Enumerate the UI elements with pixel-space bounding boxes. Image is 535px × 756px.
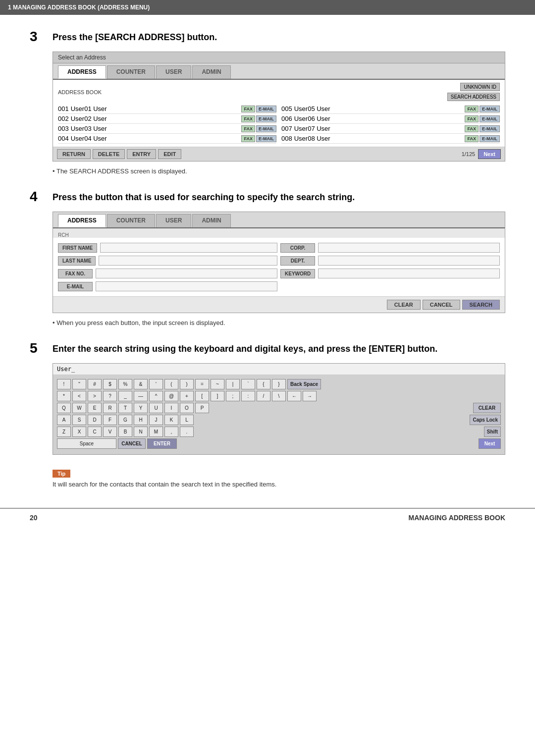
key-i[interactable]: I — [164, 403, 178, 413]
fax-no-input[interactable] — [96, 269, 277, 278]
space-btn[interactable]: Space — [57, 438, 116, 449]
cancel-btn-5[interactable]: CANCEL — [118, 438, 146, 449]
key-pipe[interactable]: | — [226, 379, 240, 389]
key-rparen[interactable]: ) — [180, 379, 194, 389]
key-semi[interactable]: ; — [226, 391, 240, 401]
key-apos[interactable]: ' — [149, 379, 163, 389]
tab4-counter[interactable]: COUNTER — [107, 214, 155, 227]
left-arrow-btn[interactable]: ← — [287, 391, 301, 401]
clear-btn-5[interactable]: CLEAR — [473, 403, 501, 413]
key-x[interactable]: X — [72, 427, 86, 437]
key-dollar[interactable]: $ — [103, 379, 117, 389]
key-f[interactable]: F — [103, 415, 117, 425]
search-address-btn[interactable]: SEARCH ADDRESS — [447, 93, 500, 101]
key-plus[interactable]: + — [180, 391, 194, 401]
addr-row-008[interactable]: 008 User08 User FAX E-MAIL — [281, 134, 500, 144]
edit-btn[interactable]: EDIT — [158, 149, 181, 159]
addr-row-005[interactable]: 005 User05 User FAX E-MAIL — [281, 104, 500, 114]
corp-btn[interactable]: CORP. — [280, 243, 315, 253]
key-star[interactable]: * — [57, 391, 71, 401]
backspace-btn[interactable]: Back Space — [287, 379, 321, 389]
enter-btn[interactable]: ENTER — [147, 438, 177, 449]
unknown-id-btn[interactable]: UNKNOWN ID — [460, 83, 500, 91]
key-p[interactable]: P — [195, 403, 209, 413]
addr-row-004[interactable]: 004 User04 User FAX E-MAIL — [58, 134, 276, 144]
key-percent[interactable]: % — [118, 379, 132, 389]
key-u[interactable]: U — [149, 403, 163, 413]
key-e[interactable]: E — [88, 403, 102, 413]
key-equals[interactable]: = — [195, 379, 209, 389]
fax-no-btn[interactable]: FAX NO. — [58, 269, 93, 278]
key-v[interactable]: V — [103, 427, 117, 437]
key-tilde[interactable]: ~ — [211, 379, 224, 389]
addr-row-006[interactable]: 006 User06 User FAX E-MAIL — [281, 114, 500, 124]
tab3-counter[interactable]: COUNTER — [107, 65, 155, 79]
last-name-input[interactable] — [99, 256, 277, 266]
cancel-btn-4[interactable]: CANCEL — [423, 300, 460, 310]
addr-row-001[interactable]: 001 User01 User FAX E-MAIL — [58, 104, 276, 114]
tab4-user[interactable]: USER — [156, 214, 191, 227]
last-name-btn[interactable]: LAST NAME — [58, 256, 96, 266]
caps-lock-btn[interactable]: Caps Lock — [470, 415, 501, 425]
key-m[interactable]: M — [149, 427, 163, 437]
first-name-input[interactable] — [100, 243, 277, 253]
key-z[interactable]: Z — [57, 427, 71, 437]
key-backslash[interactable]: \ — [272, 391, 286, 401]
key-l[interactable]: L — [180, 415, 194, 425]
search-btn-4[interactable]: SEARCH — [462, 300, 500, 310]
next-btn-5[interactable]: Next — [479, 438, 501, 449]
addr-row-002[interactable]: 002 User02 User FAX E-MAIL — [58, 114, 276, 124]
entry-btn[interactable]: ENTRY — [127, 149, 156, 159]
key-amp[interactable]: & — [134, 379, 148, 389]
next-btn-3[interactable]: Next — [478, 149, 501, 159]
key-exclaim[interactable]: ! — [57, 379, 71, 389]
delete-btn[interactable]: DELETE — [93, 149, 125, 159]
key-c[interactable]: C — [88, 427, 102, 437]
key-gt[interactable]: > — [88, 391, 102, 401]
tab3-user[interactable]: USER — [156, 65, 191, 79]
key-comma[interactable]: , — [164, 427, 178, 437]
key-lbracket[interactable]: [ — [195, 391, 209, 401]
key-rbracket[interactable]: ] — [211, 391, 224, 401]
keyword-input[interactable] — [318, 269, 500, 278]
key-rbrace[interactable]: } — [272, 379, 286, 389]
key-caret[interactable]: ^ — [149, 391, 163, 401]
shift-btn[interactable]: Shift — [484, 427, 501, 437]
tab3-admin[interactable]: ADMIN — [192, 65, 230, 79]
key-at[interactable]: @ — [164, 391, 178, 401]
key-lt[interactable]: < — [72, 391, 86, 401]
right-arrow-btn[interactable]: → — [303, 391, 317, 401]
key-period[interactable]: . — [180, 427, 194, 437]
dept-btn[interactable]: DEPT. — [280, 256, 315, 266]
key-question[interactable]: ? — [103, 391, 117, 401]
return-btn[interactable]: RETURN — [57, 149, 91, 159]
tab4-admin[interactable]: ADMIN — [192, 214, 230, 227]
dept-input[interactable] — [318, 256, 500, 266]
key-dash[interactable]: — — [134, 391, 148, 401]
corp-input[interactable] — [318, 243, 500, 253]
key-q[interactable]: Q — [57, 403, 71, 413]
key-t[interactable]: T — [118, 403, 132, 413]
key-h[interactable]: H — [134, 415, 148, 425]
key-y[interactable]: Y — [134, 403, 148, 413]
key-o[interactable]: O — [180, 403, 194, 413]
keyword-btn[interactable]: KEYWORD — [280, 269, 315, 278]
clear-btn-4[interactable]: CLEAR — [387, 300, 421, 310]
key-backtick[interactable]: ` — [241, 379, 255, 389]
tab3-address[interactable]: ADDRESS — [58, 65, 106, 79]
key-quote[interactable]: " — [72, 379, 86, 389]
key-hash[interactable]: # — [88, 379, 102, 389]
key-lbrace[interactable]: { — [257, 379, 270, 389]
key-n[interactable]: N — [134, 427, 148, 437]
key-d[interactable]: D — [88, 415, 102, 425]
key-w[interactable]: W — [72, 403, 86, 413]
key-s[interactable]: S — [72, 415, 86, 425]
key-g[interactable]: G — [118, 415, 132, 425]
email-btn[interactable]: E-MAIL — [58, 282, 93, 291]
email-input[interactable] — [96, 281, 277, 291]
first-name-btn[interactable]: FIRST NAME — [58, 243, 97, 253]
addr-row-007[interactable]: 007 User07 User FAX E-MAIL — [281, 124, 500, 134]
key-r[interactable]: R — [103, 403, 117, 413]
tab4-address[interactable]: ADDRESS — [58, 214, 106, 227]
key-b[interactable]: B — [118, 427, 132, 437]
